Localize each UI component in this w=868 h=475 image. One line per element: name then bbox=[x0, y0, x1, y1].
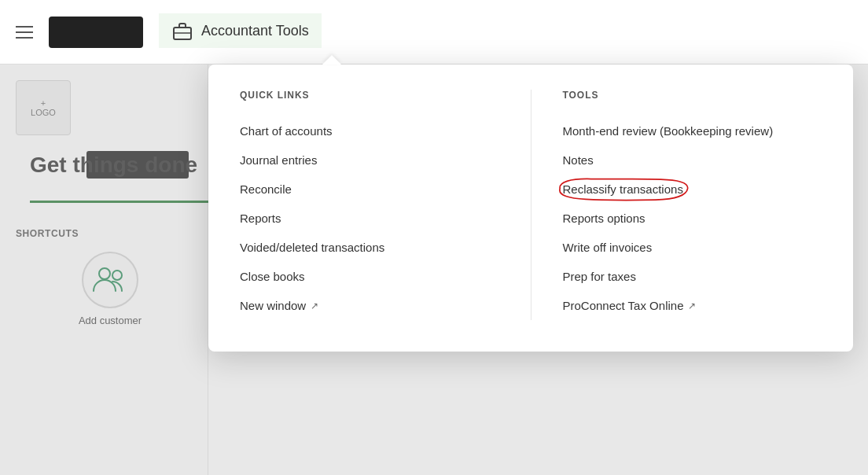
journal-entries-label: Journal entries bbox=[240, 153, 317, 167]
proconnect-external-link-icon: ↗ bbox=[688, 300, 696, 311]
navbar: Accountant Tools bbox=[0, 0, 868, 64]
briefcase-icon bbox=[171, 20, 193, 42]
month-end-review-label: Month-end review (Bookkeeping review) bbox=[563, 124, 774, 138]
menu-item-reports-options[interactable]: Reports options bbox=[563, 204, 822, 233]
accountant-tools-nav-button[interactable]: Accountant Tools bbox=[159, 13, 322, 50]
menu-item-close-books[interactable]: Close books bbox=[240, 262, 499, 291]
close-books-label: Close books bbox=[240, 270, 305, 283]
dropdown-columns: QUICK LINKS Chart of accounts Journal en… bbox=[240, 90, 822, 320]
write-off-invoices-label: Write off invoices bbox=[563, 241, 653, 254]
proconnect-tax-label: ProConnect Tax Online bbox=[563, 299, 684, 312]
menu-item-journal-entries[interactable]: Journal entries bbox=[240, 145, 499, 175]
menu-item-reconcile[interactable]: Reconcile bbox=[240, 175, 499, 204]
tools-column: TOOLS Month-end review (Bookkeeping revi… bbox=[531, 90, 822, 320]
reclassify-transactions-label: Reclassify transactions bbox=[563, 182, 683, 196]
nav-logo bbox=[49, 17, 143, 48]
external-link-icon: ↗ bbox=[311, 300, 318, 311]
menu-item-reclassify-transactions[interactable]: Reclassify transactions bbox=[563, 175, 822, 204]
prep-for-taxes-label: Prep for taxes bbox=[563, 270, 636, 283]
menu-item-voided-deleted[interactable]: Voided/deleted transactions bbox=[240, 233, 499, 262]
menu-item-month-end-review[interactable]: Month-end review (Bookkeeping review) bbox=[563, 116, 822, 145]
hamburger-menu-button[interactable] bbox=[16, 26, 33, 39]
reports-options-label: Reports options bbox=[563, 212, 645, 225]
chart-of-accounts-label: Chart of accounts bbox=[240, 124, 333, 138]
menu-item-new-window[interactable]: New window ↗ bbox=[240, 291, 499, 320]
menu-item-proconnect-tax[interactable]: ProConnect Tax Online ↗ bbox=[563, 291, 822, 320]
menu-item-notes[interactable]: Notes bbox=[563, 145, 822, 175]
quick-links-header: QUICK LINKS bbox=[240, 90, 499, 101]
menu-item-reports[interactable]: Reports bbox=[240, 204, 499, 233]
tools-header: TOOLS bbox=[563, 90, 822, 101]
bg-overlay-left bbox=[0, 64, 208, 475]
menu-item-write-off-invoices[interactable]: Write off invoices bbox=[563, 233, 822, 262]
reconcile-label: Reconcile bbox=[240, 182, 292, 196]
accountant-tools-label: Accountant Tools bbox=[201, 23, 309, 39]
menu-item-chart-of-accounts[interactable]: Chart of accounts bbox=[240, 116, 499, 145]
reclassify-wrapper: Reclassify transactions bbox=[563, 182, 683, 196]
voided-deleted-label: Voided/deleted transactions bbox=[240, 241, 384, 254]
reports-label: Reports bbox=[240, 212, 281, 225]
menu-item-prep-for-taxes[interactable]: Prep for taxes bbox=[563, 262, 822, 291]
new-window-label: New window bbox=[240, 299, 306, 312]
quick-links-column: QUICK LINKS Chart of accounts Journal en… bbox=[240, 90, 531, 320]
accountant-tools-dropdown: QUICK LINKS Chart of accounts Journal en… bbox=[208, 64, 853, 352]
notes-label: Notes bbox=[563, 153, 594, 167]
